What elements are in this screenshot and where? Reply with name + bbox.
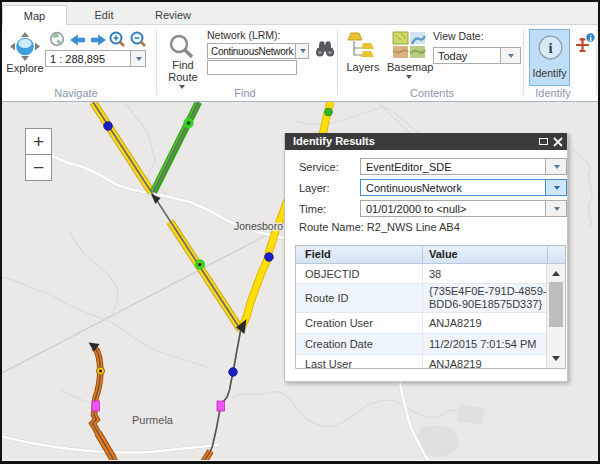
svg-text:Jonesboro: Jonesboro	[234, 220, 283, 232]
svg-text:Purmela: Purmela	[132, 414, 174, 426]
svg-text:i: i	[548, 40, 552, 56]
